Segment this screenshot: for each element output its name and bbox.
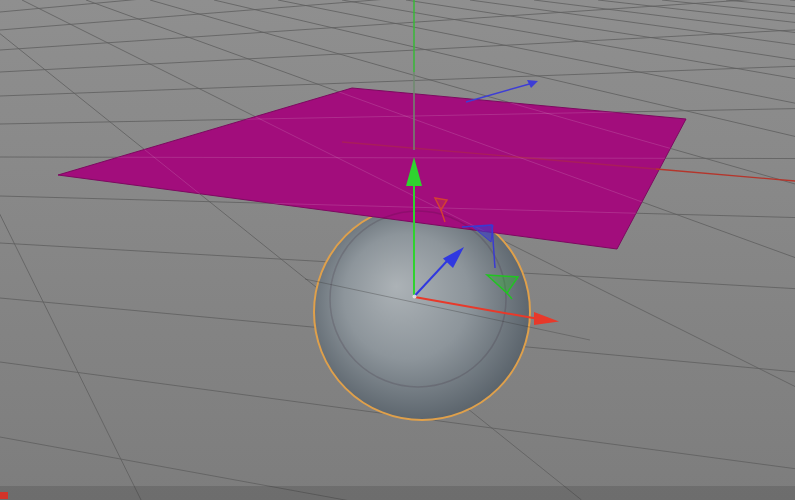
corner-red-mark: [0, 492, 8, 499]
viewport-bottom-band: [0, 486, 795, 500]
gizmo-origin-dot: [413, 295, 417, 299]
scene-svg: [0, 0, 795, 500]
viewport-canvas[interactable]: [0, 0, 795, 500]
